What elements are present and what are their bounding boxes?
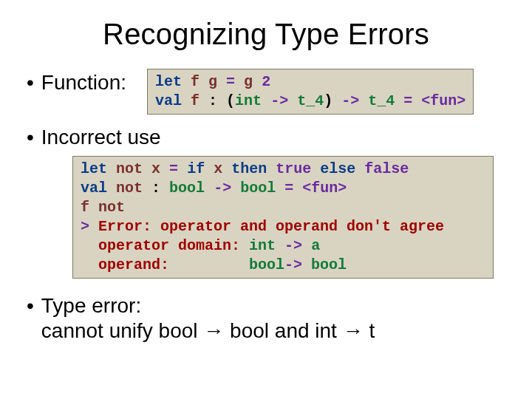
code-line-2: val f : (int -> t_4) -> t_4 = <fun> [155,92,466,111]
id-f: f [191,73,200,90]
id-not3: not [98,199,125,216]
ty-bool3: bool [249,256,284,273]
bullet-type-error-text: Type error: cannot unify bool → bool and… [41,293,375,344]
rparen: ) [324,92,332,109]
type-error-line2-pre: cannot unify bool [41,319,204,342]
arrow-icon: → [343,319,364,342]
ty-a: a [311,237,320,254]
code2-line-1: let not x = if x then true else false [81,160,485,179]
lit-true: true [276,160,311,177]
type-error-line2-post: t [364,319,375,342]
err-domain-label: operator domain: [98,237,249,254]
op-arrow5: -> [284,256,302,273]
op-eq4: = [284,180,293,197]
kw-else: else [320,160,355,177]
bullet-dot-icon: • [27,70,34,95]
lit-false: false [364,160,409,177]
op-arrow2: -> [341,92,359,109]
slide-title: Recognizing Type Errors [30,18,502,51]
code2-line-3: f not [81,198,485,217]
error-text: Error: operator and operand don't agree [98,218,444,235]
ty-int: int [235,92,262,109]
code2-line-6: operand: bool-> bool [81,256,485,275]
kw-val2: val [81,180,107,197]
type-error-line1: Type error: [41,294,141,317]
code-line-1: let f g = g 2 [155,72,466,92]
ty-bool2: bool [240,180,276,197]
op-eq3: = [169,160,178,177]
bullet-function-text: Function: [41,70,126,95]
bullet-incorrect-text: Incorrect use [41,125,161,150]
id-not2: not [116,180,143,197]
lit-fun2: <fun> [302,180,347,197]
op-arrow1: -> [270,92,288,109]
op-gt: > [81,218,89,235]
code2-line-5: operator domain: int -> a [81,236,485,256]
ty-int2: int [249,237,276,254]
lit-2: 2 [262,73,270,90]
kw-then: then [231,160,267,177]
ty-bool4: bool [311,256,347,273]
arrow-icon: → [203,319,224,342]
op-eq2: = [403,92,412,109]
kw-let: let [155,73,182,90]
id-g2: g [244,73,253,90]
op-eq: = [226,73,235,90]
code-box-function-def: let f g = g 2 val f : (int -> t_4) -> t_… [147,69,474,115]
bullet-dot-icon: • [27,125,34,150]
id-x2: x [214,160,222,177]
kw-if: if [187,160,205,177]
id-not: not [116,160,143,177]
ty-t4b: t_4 [368,92,395,109]
bullet-incorrect: • Incorrect use [30,125,502,150]
lit-fun: <fun> [421,92,466,109]
row-function: • Function: let f g = g 2 val f : (int -… [30,70,502,115]
slide: Recognizing Type Errors • Function: let … [0,0,532,399]
op-arrow3: -> [214,180,231,197]
code2-line-2: val not : bool -> bool = <fun> [81,179,485,198]
err-operand-label: operand: [98,256,249,273]
type-error-line2-mid: bool and int [224,319,342,342]
id-x: x [151,160,160,177]
colon2: : [151,180,160,197]
kw-let2: let [81,160,107,177]
id-f3: f [81,199,89,216]
kw-val: val [155,92,182,109]
code2-line-4: > Error: operator and operand don't agre… [81,217,485,236]
colon: : [208,92,217,109]
code-box-incorrect-use: let not x = if x then true else false va… [72,156,494,279]
id-g: g [208,73,217,90]
bullet-type-error: • Type error: cannot unify bool → bool a… [30,293,502,344]
bullet-function: • Function: [30,70,126,95]
ty-t4a: t_4 [297,92,324,109]
id-f2: f [191,92,200,109]
lparen: ( [226,92,235,109]
bullet-dot-icon: • [27,293,34,318]
ty-bool1: bool [169,180,205,197]
op-arrow4: -> [284,237,302,254]
